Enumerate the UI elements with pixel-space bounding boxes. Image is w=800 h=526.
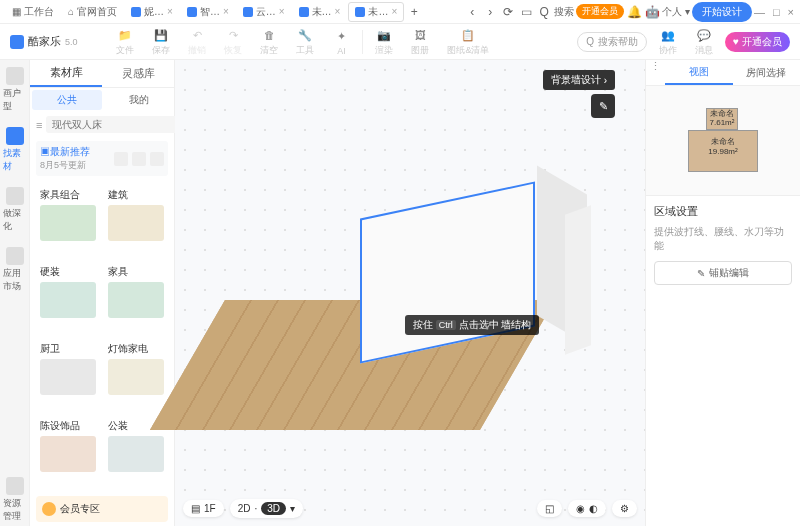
- people-icon: 👥: [659, 26, 677, 44]
- search-label[interactable]: 搜索: [554, 5, 574, 19]
- nav-fwd-icon[interactable]: ›: [482, 4, 498, 20]
- close-icon[interactable]: ×: [279, 6, 285, 17]
- rail-market[interactable]: 应用市场: [0, 244, 29, 296]
- rail-materials[interactable]: 找素材: [0, 124, 29, 176]
- start-design-button[interactable]: 开始设计: [692, 2, 752, 22]
- edit-icon: ✎: [697, 268, 705, 279]
- section-title: 区域设置: [654, 204, 792, 219]
- tab-room-select[interactable]: 房间选择: [733, 60, 801, 85]
- tab-doc-3[interactable]: 智…×: [181, 3, 235, 21]
- recommend-card[interactable]: ▣最新推荐8月5号更新: [36, 141, 168, 176]
- minimap-room-2[interactable]: 未命名19.98m²: [688, 130, 758, 172]
- layers-icon: ▤: [191, 503, 200, 514]
- cat-hardfit[interactable]: 硬装: [36, 261, 100, 334]
- doc-icon: [299, 7, 309, 17]
- close-icon[interactable]: ×: [391, 6, 397, 17]
- undo-icon: ↶: [188, 26, 206, 44]
- user-menu[interactable]: 个人 ▾: [662, 5, 690, 19]
- view-extra-1[interactable]: ◱: [537, 500, 562, 517]
- subtab-mine[interactable]: 我的: [104, 88, 174, 112]
- rail-resources[interactable]: 资源管理: [0, 474, 29, 526]
- tool-file[interactable]: 📁文件: [110, 26, 140, 57]
- tool-save[interactable]: 💾保存: [146, 26, 176, 57]
- cube-icon: ◱: [545, 503, 554, 514]
- tool-collab[interactable]: 👥协作: [653, 26, 683, 57]
- tab-view[interactable]: 视图: [665, 60, 733, 85]
- thumb-icon: [150, 152, 164, 166]
- paste-edit-button[interactable]: ✎铺贴编辑: [654, 261, 792, 285]
- bell-icon[interactable]: 🔔: [626, 4, 642, 20]
- save-icon: 💾: [152, 26, 170, 44]
- menu-icon[interactable]: ≡: [36, 119, 42, 131]
- cat-thumb: [40, 436, 96, 472]
- view-extra-2[interactable]: ◉◐: [568, 500, 606, 517]
- cat-architecture[interactable]: 建筑: [104, 184, 168, 257]
- close-window-icon[interactable]: ×: [788, 6, 794, 18]
- wall-right-2[interactable]: [565, 205, 591, 354]
- tool-tools[interactable]: 🔧工具: [290, 26, 320, 57]
- rail-floorplan[interactable]: 画户型: [0, 64, 29, 116]
- close-icon[interactable]: ×: [167, 6, 173, 17]
- tool-clear[interactable]: 🗑清空: [254, 26, 284, 57]
- vip-section[interactable]: 会员专区: [36, 496, 168, 522]
- left-rail: 画户型 找素材 做深化 应用市场 资源管理: [0, 60, 30, 526]
- person-icon: ◐: [589, 503, 598, 514]
- cat-decor[interactable]: 陈设饰品: [36, 415, 100, 488]
- maximize-icon[interactable]: □: [773, 6, 780, 18]
- materials-icon: [6, 127, 24, 145]
- eye-icon: ◉: [576, 503, 585, 514]
- resources-icon: [6, 477, 24, 495]
- tab-inspiration[interactable]: 灵感库: [102, 60, 174, 87]
- robot-icon[interactable]: 🤖: [644, 4, 660, 20]
- minimap-room-1[interactable]: 未命名7.61m²: [706, 108, 738, 130]
- cat-thumb: [40, 359, 96, 395]
- tool-drawings[interactable]: 📋图纸&清单: [441, 26, 495, 57]
- cat-lighting[interactable]: 灯饰家电: [104, 338, 168, 411]
- cat-furniture-set[interactable]: 家具组合: [36, 184, 100, 257]
- tool-ai[interactable]: ✦AI: [326, 28, 356, 56]
- clear-icon: 🗑: [260, 26, 278, 44]
- vip-icon: [42, 502, 56, 516]
- floor-selector[interactable]: ▤1F: [183, 500, 224, 517]
- view-extra-3[interactable]: ⚙: [612, 500, 637, 517]
- subtab-public[interactable]: 公共: [32, 90, 102, 110]
- viewport-3d[interactable]: 按住 Ctrl 点击选中 墙结构 背景墙设计› ✎ ▤1F 2D · 3D ▾ …: [175, 60, 645, 526]
- home-icon: ⌂: [68, 6, 74, 17]
- tab-doc-2[interactable]: 妮…×: [125, 3, 179, 21]
- view-mode-toggle[interactable]: 2D · 3D ▾: [230, 499, 303, 518]
- nav-back-icon[interactable]: ‹: [464, 4, 480, 20]
- tool-render[interactable]: 📷渲染: [369, 26, 399, 57]
- vip-badge[interactable]: 开通会员: [576, 4, 624, 19]
- tab-doc-6[interactable]: 未…×: [348, 2, 404, 22]
- edit-button[interactable]: ✎: [591, 94, 615, 118]
- close-icon[interactable]: ×: [335, 6, 341, 17]
- add-tab-button[interactable]: +: [406, 4, 422, 20]
- refresh-icon[interactable]: ⟳: [500, 4, 516, 20]
- mini-icon[interactable]: ▭: [518, 4, 534, 20]
- vip-button[interactable]: ♥开通会员: [725, 32, 790, 52]
- tool-redo[interactable]: ↷恢复: [218, 26, 248, 57]
- hint-tooltip: 按住 Ctrl 点击选中 墙结构: [405, 315, 539, 335]
- tab-home[interactable]: ⌂官网首页: [62, 3, 123, 21]
- list-icon: 📋: [459, 26, 477, 44]
- minimap[interactable]: 未命名7.61m² 未命名19.98m²: [646, 86, 800, 196]
- minimize-icon[interactable]: —: [754, 6, 765, 18]
- material-search-input[interactable]: [46, 116, 185, 133]
- close-icon[interactable]: ×: [223, 6, 229, 17]
- cat-kitchen[interactable]: 厨卫: [36, 338, 100, 411]
- redo-icon: ↷: [224, 26, 242, 44]
- deepen-icon: [6, 187, 24, 205]
- tool-gallery[interactable]: 🖼图册: [405, 26, 435, 57]
- tool-msg[interactable]: 💬消息: [689, 26, 719, 57]
- doc-icon: [355, 7, 365, 17]
- tool-undo[interactable]: ↶撤销: [182, 26, 212, 57]
- rail-deepen[interactable]: 做深化: [0, 184, 29, 236]
- context-label[interactable]: 背景墙设计›: [543, 70, 615, 90]
- help-search[interactable]: Q搜索帮助: [577, 32, 647, 52]
- collapse-icon[interactable]: ⋮: [646, 60, 665, 85]
- tab-doc-4[interactable]: 云…×: [237, 3, 291, 21]
- tab-material-lib[interactable]: 素材库: [30, 60, 102, 87]
- tab-workspace[interactable]: ▦工作台: [6, 3, 60, 21]
- cat-furniture[interactable]: 家具: [104, 261, 168, 334]
- tab-doc-5[interactable]: 未…×: [293, 3, 347, 21]
